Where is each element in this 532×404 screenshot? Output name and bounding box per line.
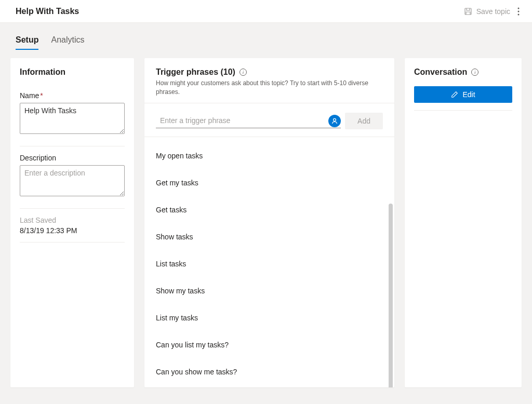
divider bbox=[20, 242, 125, 243]
scrollbar[interactable] bbox=[389, 204, 393, 387]
header-bar: Help With Tasks Save topic bbox=[0, 0, 532, 23]
list-item[interactable]: Show tasks bbox=[156, 223, 383, 250]
information-heading: Information bbox=[20, 68, 125, 77]
conversation-panel: Conversation i Edit bbox=[405, 58, 522, 387]
trigger-phrases-panel: Trigger phrases (10) i How might your cu… bbox=[144, 58, 394, 387]
required-asterisk: * bbox=[40, 91, 43, 100]
name-input[interactable] bbox=[20, 103, 125, 134]
save-topic-label: Save topic bbox=[476, 7, 510, 16]
conversation-heading: Conversation bbox=[414, 68, 467, 77]
svg-point-4 bbox=[334, 118, 336, 121]
divider bbox=[20, 208, 125, 209]
edit-button-label: Edit bbox=[462, 90, 475, 99]
tab-setup[interactable]: Setup bbox=[16, 35, 38, 50]
name-field-label: Name* bbox=[20, 91, 125, 100]
person-icon[interactable] bbox=[328, 115, 341, 127]
list-item[interactable]: Get tasks bbox=[156, 196, 383, 223]
divider bbox=[20, 146, 125, 146]
save-topic-button[interactable]: Save topic bbox=[464, 7, 510, 16]
trigger-phrase-input[interactable] bbox=[156, 113, 341, 128]
trigger-phrase-list: My open tasks Get my tasks Get tasks Sho… bbox=[144, 137, 394, 387]
list-item[interactable]: Get my tasks bbox=[156, 169, 383, 196]
panels-row: Information Name* Description Last Saved… bbox=[10, 58, 522, 387]
last-saved-value: 8/13/19 12:33 PM bbox=[20, 226, 125, 235]
header-actions: Save topic bbox=[464, 5, 522, 18]
save-icon bbox=[464, 7, 472, 16]
trigger-input-row: Add bbox=[144, 103, 394, 137]
edit-button[interactable]: Edit bbox=[414, 86, 512, 103]
divider bbox=[414, 110, 512, 111]
more-vertical-icon bbox=[517, 7, 520, 16]
trigger-input-wrap bbox=[156, 113, 341, 128]
info-icon[interactable]: i bbox=[240, 69, 247, 76]
list-item[interactable]: Can you show me tasks? bbox=[156, 358, 383, 385]
list-item[interactable]: List tasks bbox=[156, 250, 383, 277]
trigger-heading: Trigger phrases (10) bbox=[156, 68, 235, 77]
description-field-label: Description bbox=[20, 154, 125, 162]
tab-analytics[interactable]: Analytics bbox=[51, 35, 84, 50]
list-item[interactable]: My open tasks bbox=[156, 142, 383, 169]
list-item[interactable]: Can you list my tasks? bbox=[156, 331, 383, 358]
svg-point-1 bbox=[518, 7, 520, 9]
conversation-heading-row: Conversation i bbox=[414, 68, 512, 77]
trigger-subtext: How might your customers ask about this … bbox=[156, 79, 383, 97]
description-input[interactable] bbox=[20, 165, 125, 196]
last-saved-label: Last Saved bbox=[20, 216, 125, 224]
info-icon[interactable]: i bbox=[471, 69, 478, 76]
trigger-header: Trigger phrases (10) i How might your cu… bbox=[144, 58, 394, 103]
main-area: Setup Analytics Information Name* Descri… bbox=[0, 23, 532, 404]
svg-point-3 bbox=[518, 14, 520, 15]
list-item[interactable]: List my tasks bbox=[156, 304, 383, 331]
list-item[interactable]: Show my tasks bbox=[156, 277, 383, 304]
pencil-icon bbox=[451, 91, 458, 98]
trigger-title-row: Trigger phrases (10) i bbox=[156, 68, 383, 77]
more-options-button[interactable] bbox=[515, 5, 522, 18]
add-button[interactable]: Add bbox=[345, 113, 383, 129]
information-panel: Information Name* Description Last Saved… bbox=[10, 58, 134, 387]
svg-point-2 bbox=[518, 10, 520, 12]
page-title: Help With Tasks bbox=[16, 7, 79, 16]
tab-bar: Setup Analytics bbox=[10, 23, 522, 50]
